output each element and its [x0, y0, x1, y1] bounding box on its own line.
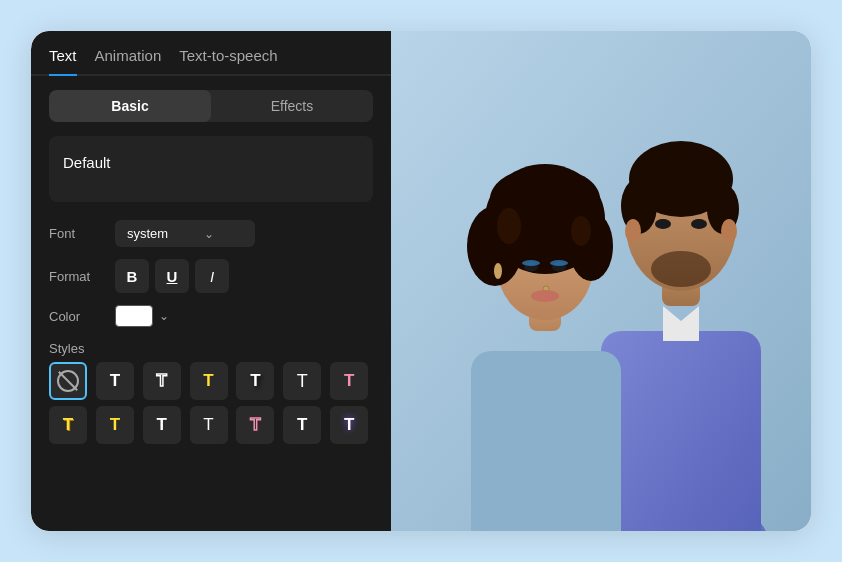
couple-image [391, 31, 811, 531]
t-icon-4: T [250, 371, 260, 391]
svg-point-10 [651, 251, 711, 287]
style-t8[interactable]: T [96, 406, 134, 444]
image-area [391, 31, 811, 531]
t-icon-3: T [203, 371, 213, 391]
tab-bar: Text Animation Text-to-speech [31, 31, 391, 76]
t-icon-9: T [157, 415, 167, 435]
sidebar: Text Animation Text-to-speech Basic Effe… [31, 31, 391, 531]
text-preview-box: Default [49, 136, 373, 202]
t-icon-11: T [250, 415, 260, 435]
color-swatch[interactable] [115, 305, 153, 327]
style-t4[interactable]: T [236, 362, 274, 400]
t-icon-13: T [344, 415, 354, 435]
tab-animation[interactable]: Animation [95, 47, 162, 76]
styles-label: Styles [31, 333, 391, 360]
font-value: system [127, 226, 168, 241]
svg-point-26 [522, 260, 540, 266]
svg-point-9 [721, 219, 737, 243]
svg-point-8 [625, 219, 641, 243]
t-icon-2: T [157, 371, 167, 391]
font-select[interactable]: system ⌄ [115, 220, 255, 247]
toggle-basic[interactable]: Basic [49, 90, 211, 122]
style-t12[interactable]: T [283, 406, 321, 444]
svg-point-27 [550, 260, 568, 266]
italic-button[interactable]: I [195, 259, 229, 293]
bold-button[interactable]: B [115, 259, 149, 293]
style-t11[interactable]: T [236, 406, 274, 444]
t-icon-10: T [203, 415, 213, 435]
svg-point-12 [691, 219, 707, 229]
format-label: Format [49, 269, 105, 284]
color-chevron-icon[interactable]: ⌄ [159, 309, 169, 323]
t-icon-6: T [344, 371, 354, 391]
t-icon-7: T [63, 415, 73, 435]
chevron-down-icon: ⌄ [204, 227, 214, 241]
font-row: Font system ⌄ [31, 214, 391, 253]
default-text-label: Default [63, 154, 111, 171]
svg-rect-14 [471, 351, 621, 531]
svg-point-29 [494, 263, 502, 279]
styles-grid-row1: T T T T T T [31, 360, 391, 404]
t-icon-1: T [110, 371, 120, 391]
color-swatch-group: ⌄ [115, 305, 169, 327]
style-t2[interactable]: T [143, 362, 181, 400]
style-t1[interactable]: T [96, 362, 134, 400]
underline-button[interactable]: U [155, 259, 189, 293]
color-row: Color ⌄ [31, 299, 391, 333]
format-row: Format B U I [31, 253, 391, 299]
no-style-icon [57, 370, 79, 392]
t-icon-5: T [297, 371, 308, 392]
t-icon-12: T [297, 415, 307, 435]
tab-text[interactable]: Text [49, 47, 77, 76]
basic-effects-toggle: Basic Effects [49, 90, 373, 122]
toggle-effects[interactable]: Effects [211, 90, 373, 122]
svg-point-11 [655, 219, 671, 229]
svg-point-22 [497, 208, 521, 244]
style-t13[interactable]: T [330, 406, 368, 444]
font-label: Font [49, 226, 105, 241]
styles-grid-row2: T T T T T T T [31, 404, 391, 448]
style-none[interactable] [49, 362, 87, 400]
style-t9[interactable]: T [143, 406, 181, 444]
style-t7[interactable]: T [49, 406, 87, 444]
t-icon-8: T [110, 415, 120, 435]
main-card: Text Animation Text-to-speech Basic Effe… [31, 31, 811, 531]
color-label: Color [49, 309, 105, 324]
tab-tts[interactable]: Text-to-speech [179, 47, 277, 76]
svg-point-23 [571, 216, 591, 246]
style-t3[interactable]: T [190, 362, 228, 400]
svg-point-30 [531, 290, 559, 302]
style-t10[interactable]: T [190, 406, 228, 444]
format-buttons: B U I [115, 259, 229, 293]
style-t5[interactable]: T [283, 362, 321, 400]
style-t6[interactable]: T [330, 362, 368, 400]
svg-rect-2 [601, 331, 761, 531]
